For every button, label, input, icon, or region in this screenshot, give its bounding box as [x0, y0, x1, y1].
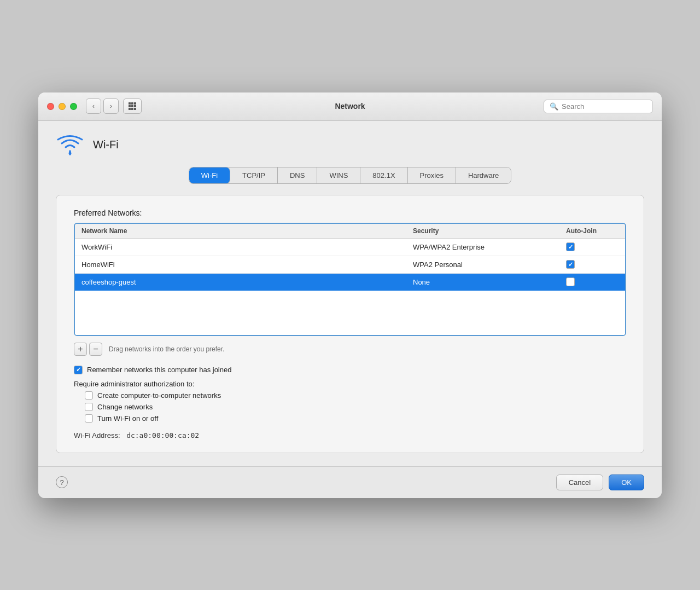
table-header: Network Name Security Auto-Join	[75, 224, 625, 239]
preferred-networks-label: Preferred Networks:	[74, 209, 626, 217]
bottom-bar: ? Cancel OK	[38, 466, 662, 498]
admin-auth-label: Require administrator authorization to:	[74, 380, 626, 388]
table-body: WorkWiFi WPA/WPA2 Enterprise ✓ HomeWiFi …	[75, 239, 625, 335]
auto-join-checkbox[interactable]: ✓	[566, 260, 575, 269]
security-cell: WPA/WPA2 Enterprise	[406, 240, 559, 254]
option-row: Create computer-to-computer networks	[85, 391, 626, 400]
auto-join-cell[interactable]	[559, 274, 625, 290]
minimize-button[interactable]	[59, 103, 66, 110]
change-networks-label: Change networks	[97, 403, 153, 411]
cancel-button[interactable]: Cancel	[556, 475, 603, 490]
titlebar: ‹ › Network 🔍	[38, 92, 662, 121]
wifi-address-value: dc:a0:00:00:ca:02	[126, 431, 199, 439]
search-box[interactable]: 🔍	[544, 100, 653, 113]
auto-join-checkbox[interactable]	[566, 277, 575, 286]
create-networks-checkbox[interactable]	[85, 391, 93, 400]
security-cell: WPA2 Personal	[406, 257, 559, 272]
auto-join-cell[interactable]: ✓	[559, 257, 625, 272]
content-area: Wi-Fi Wi-Fi TCP/IP DNS WINS 802.1X Proxi…	[38, 121, 662, 466]
wifi-address-row: Wi-Fi Address: dc:a0:00:00:ca:02	[74, 431, 626, 439]
turn-wifi-checkbox[interactable]	[85, 414, 93, 423]
tab-wins[interactable]: WINS	[317, 167, 360, 183]
grid-icon	[129, 102, 136, 110]
window: ‹ › Network 🔍	[38, 92, 662, 498]
drag-hint: Drag networks into the order you prefer.	[109, 345, 224, 353]
help-button[interactable]: ?	[56, 476, 68, 488]
table-row[interactable]: coffeeshop-guest None	[75, 274, 625, 291]
window-title: Network	[335, 102, 365, 111]
turn-wifi-label: Turn Wi-Fi on or off	[97, 414, 158, 423]
action-buttons: Cancel OK	[556, 475, 644, 490]
section-header: Wi-Fi	[56, 134, 644, 156]
tab-wifi[interactable]: Wi-Fi	[189, 167, 230, 183]
search-icon: 🔍	[550, 102, 558, 111]
ok-button[interactable]: OK	[609, 475, 644, 490]
remember-networks-checkbox[interactable]: ✓	[74, 366, 83, 374]
close-button[interactable]	[47, 103, 54, 110]
network-name-cell: HomeWiFi	[75, 257, 406, 272]
wifi-address-label: Wi-Fi Address:	[74, 431, 120, 439]
change-networks-checkbox[interactable]	[85, 403, 93, 411]
networks-table: Network Name Security Auto-Join WorkWiFi…	[74, 223, 626, 336]
tab-tcpip[interactable]: TCP/IP	[230, 167, 278, 183]
wifi-panel: Preferred Networks: Network Name Securit…	[56, 195, 644, 453]
tabs-bar: Wi-Fi TCP/IP DNS WINS 802.1X Proxies Har…	[189, 167, 512, 184]
search-input[interactable]	[562, 102, 647, 111]
option-row: Change networks	[85, 403, 626, 411]
network-name-cell: WorkWiFi	[75, 240, 406, 254]
table-row[interactable]: WorkWiFi WPA/WPA2 Enterprise ✓	[75, 239, 625, 256]
add-remove-row: + − Drag networks into the order you pre…	[74, 343, 626, 356]
option-row: Turn Wi-Fi on or off	[85, 414, 626, 423]
checkmark-icon: ✓	[568, 244, 573, 251]
create-networks-label: Create computer-to-computer networks	[97, 391, 221, 400]
remember-networks-row: ✓ Remember networks this computer has jo…	[74, 366, 626, 374]
auto-join-cell[interactable]: ✓	[559, 239, 625, 254]
tab-8021x[interactable]: 802.1X	[360, 167, 407, 183]
grid-button[interactable]	[123, 99, 142, 114]
traffic-lights	[47, 103, 77, 110]
tab-proxies[interactable]: Proxies	[408, 167, 456, 183]
remember-networks-label: Remember networks this computer has join…	[87, 366, 231, 374]
section-title: Wi-Fi	[93, 138, 119, 151]
checkmark-icon: ✓	[568, 261, 573, 268]
svg-point-0	[69, 152, 72, 154]
checkmark-icon: ✓	[76, 366, 81, 373]
col-network-name: Network Name	[75, 227, 406, 235]
col-auto-join: Auto-Join	[559, 227, 625, 235]
table-empty-area	[75, 291, 625, 335]
security-cell: None	[406, 275, 559, 290]
back-button[interactable]: ‹	[86, 99, 101, 114]
auto-join-checkbox[interactable]: ✓	[566, 242, 575, 251]
tab-hardware[interactable]: Hardware	[456, 167, 511, 183]
tab-dns[interactable]: DNS	[278, 167, 317, 183]
nav-buttons: ‹ ›	[86, 99, 119, 114]
remove-network-button[interactable]: −	[89, 343, 102, 356]
add-network-button[interactable]: +	[74, 343, 87, 356]
forward-button[interactable]: ›	[103, 99, 119, 114]
wifi-icon	[56, 134, 84, 156]
table-row[interactable]: HomeWiFi WPA2 Personal ✓	[75, 256, 625, 274]
col-security: Security	[406, 227, 559, 235]
network-name-cell: coffeeshop-guest	[75, 275, 406, 290]
maximize-button[interactable]	[70, 103, 77, 110]
admin-options: Create computer-to-computer networks Cha…	[85, 391, 626, 423]
